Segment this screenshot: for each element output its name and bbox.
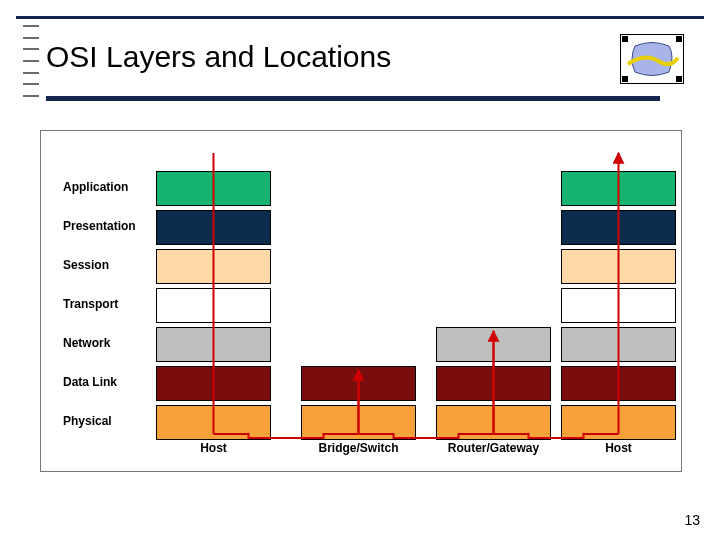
decorative-comb (23, 25, 39, 97)
data-path-arrows (41, 131, 681, 471)
svg-rect-3 (622, 76, 628, 82)
logo-icon (620, 34, 684, 84)
svg-rect-1 (622, 36, 628, 42)
page-title: OSI Layers and Locations (46, 40, 391, 74)
svg-rect-2 (676, 36, 682, 42)
top-rule (16, 16, 704, 19)
svg-rect-4 (676, 76, 682, 82)
diagram-frame: ApplicationPresentationSessionTransportN… (40, 130, 682, 472)
page-number: 13 (684, 512, 700, 528)
title-underline (46, 96, 660, 101)
